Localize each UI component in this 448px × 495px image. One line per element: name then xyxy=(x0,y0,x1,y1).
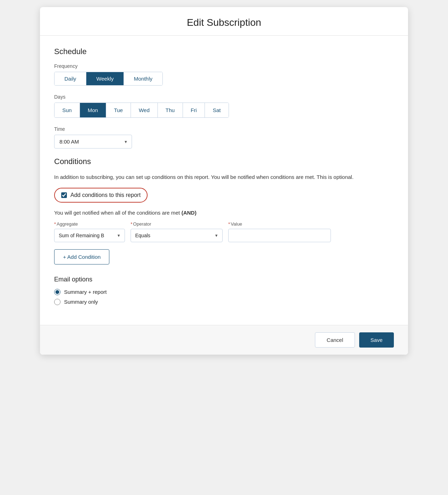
add-conditions-checkbox[interactable] xyxy=(61,192,67,198)
add-conditions-checkbox-label[interactable]: Add conditions to this report xyxy=(54,188,148,203)
email-options-title: Email options xyxy=(54,276,394,283)
day-thu-button[interactable]: Thu xyxy=(158,103,183,117)
operator-select[interactable]: Equals Not Equals Greater Than Less Than xyxy=(131,229,223,242)
operator-field: *Operator Equals Not Equals Greater Than… xyxy=(131,221,223,242)
value-label: *Value xyxy=(228,221,331,227)
conditions-section: Conditions In addition to subscribing, y… xyxy=(54,157,394,264)
summary-only-option[interactable]: Summary only xyxy=(54,299,394,305)
and-keyword: (AND) xyxy=(182,210,197,216)
frequency-group: Frequency Daily Weekly Monthly xyxy=(54,63,394,86)
time-label: Time xyxy=(54,126,394,132)
modal-footer: Cancel Save xyxy=(40,325,408,355)
frequency-daily-button[interactable]: Daily xyxy=(54,72,86,85)
day-sat-button[interactable]: Sat xyxy=(205,103,229,117)
modal-title: Edit Subscription xyxy=(54,17,394,28)
day-tue-button[interactable]: Tue xyxy=(106,103,131,117)
aggregate-select-wrapper: Sum of Remaining B xyxy=(54,229,125,242)
day-mon-button[interactable]: Mon xyxy=(80,103,106,117)
schedule-title: Schedule xyxy=(54,47,394,56)
modal-header: Edit Subscription xyxy=(40,7,408,36)
conditions-description: In addition to subscribing, you can set … xyxy=(54,173,394,181)
add-condition-label: + Add Condition xyxy=(63,254,100,260)
cancel-button[interactable]: Cancel xyxy=(315,332,355,348)
time-select[interactable]: 12:00 AM 1:00 AM 2:00 AM 3:00 AM 4:00 AM… xyxy=(54,135,132,148)
time-select-wrapper: 12:00 AM 1:00 AM 2:00 AM 3:00 AM 4:00 AM… xyxy=(54,135,132,148)
aggregate-label: *Aggregate xyxy=(54,221,125,227)
days-label: Days xyxy=(54,94,394,100)
add-condition-button[interactable]: + Add Condition xyxy=(54,249,109,264)
frequency-weekly-button[interactable]: Weekly xyxy=(86,72,124,85)
summary-report-radio[interactable] xyxy=(54,289,61,295)
summary-only-radio[interactable] xyxy=(54,299,61,305)
day-sun-button[interactable]: Sun xyxy=(54,103,80,117)
operator-label: *Operator xyxy=(131,221,223,227)
modal-body: Schedule Frequency Daily Weekly Monthly … xyxy=(40,36,408,325)
schedule-section: Schedule Frequency Daily Weekly Monthly … xyxy=(54,47,394,148)
days-group: Days Sun Mon Tue Wed Thu Fri Sat xyxy=(54,94,394,118)
aggregate-select[interactable]: Sum of Remaining B xyxy=(54,229,125,242)
summary-report-label: Summary + report xyxy=(64,289,107,295)
day-fri-button[interactable]: Fri xyxy=(183,103,205,117)
conditions-title: Conditions xyxy=(54,157,394,166)
days-btn-group: Sun Mon Tue Wed Thu Fri Sat xyxy=(54,103,229,118)
frequency-monthly-button[interactable]: Monthly xyxy=(124,72,162,85)
value-field: *Value xyxy=(228,221,331,242)
conditions-row: *Aggregate Sum of Remaining B *Operator xyxy=(54,221,394,242)
edit-subscription-modal: Edit Subscription Schedule Frequency Dai… xyxy=(40,7,408,355)
summary-report-option[interactable]: Summary + report xyxy=(54,289,394,295)
value-input[interactable] xyxy=(228,229,331,242)
time-group: Time 12:00 AM 1:00 AM 2:00 AM 3:00 AM 4:… xyxy=(54,126,394,148)
aggregate-field: *Aggregate Sum of Remaining B xyxy=(54,221,125,242)
frequency-label: Frequency xyxy=(54,63,394,69)
add-conditions-label: Add conditions to this report xyxy=(70,192,140,198)
operator-select-wrapper: Equals Not Equals Greater Than Less Than xyxy=(131,229,223,242)
frequency-btn-group: Daily Weekly Monthly xyxy=(54,72,163,86)
email-options-section: Email options Summary + report Summary o… xyxy=(54,276,394,305)
day-wed-button[interactable]: Wed xyxy=(131,103,158,117)
save-button[interactable]: Save xyxy=(359,332,394,348)
conditions-and-text: You will get notified when all of the co… xyxy=(54,210,394,216)
summary-only-label: Summary only xyxy=(64,299,98,305)
